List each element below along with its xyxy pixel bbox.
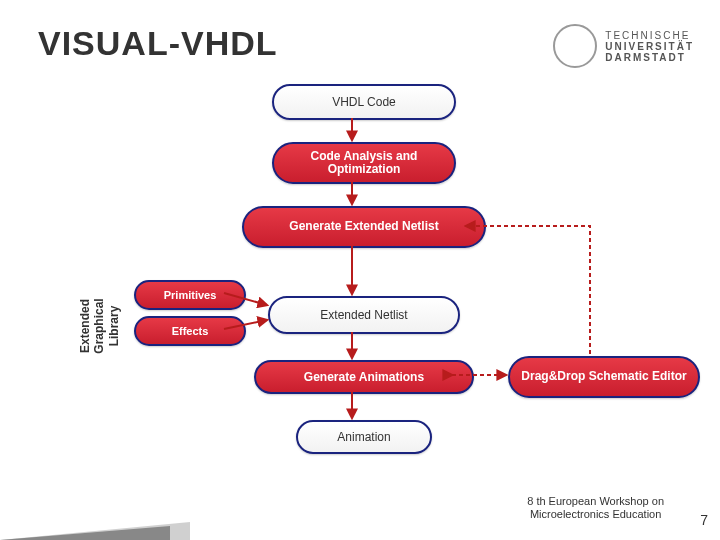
node-vhdl-code: VHDL Code — [272, 84, 456, 120]
uni-line1: TECHNISCHE — [605, 30, 694, 41]
node-animation: Animation — [296, 420, 432, 454]
footer-text: 8 th European Workshop on Microelectroni… — [527, 495, 664, 523]
node-primitives: Primitives — [134, 280, 246, 310]
footer-line2: Microelectronics Education — [527, 508, 664, 522]
node-schematic-editor: Drag&Drop Schematic Editor — [508, 356, 700, 398]
library-label: Extended Graphical Library — [78, 298, 150, 354]
page-title: VISUAL-VHDL — [38, 24, 278, 63]
footer-line1: 8 th European Workshop on — [527, 495, 664, 509]
university-logo: TECHNISCHE UNIVERSITÄT DARMSTADT — [553, 24, 694, 68]
seal-icon — [553, 24, 597, 68]
node-effects: Effects — [134, 316, 246, 346]
flow-arrows — [0, 0, 720, 540]
uni-line2: UNIVERSITÄT — [605, 41, 694, 52]
wedge-decoration — [0, 526, 170, 540]
uni-line3: DARMSTADT — [605, 52, 694, 63]
page-number: 7 — [700, 512, 708, 528]
node-analysis: Code Analysis and Optimization — [272, 142, 456, 184]
node-generate-animations: Generate Animations — [254, 360, 474, 394]
node-extended-netlist: Extended Netlist — [268, 296, 460, 334]
node-generate-netlist: Generate Extended Netlist — [242, 206, 486, 248]
